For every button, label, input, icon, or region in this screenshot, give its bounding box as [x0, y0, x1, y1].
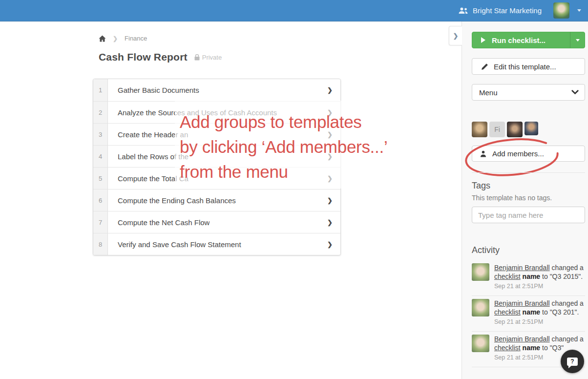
menu-dropdown[interactable]: Menu	[472, 84, 585, 101]
task-number: 7	[93, 211, 108, 233]
app-root: Bright Star Marketing ❯ Finance Cash Flo…	[0, 0, 588, 379]
tags-heading: Tags	[472, 181, 490, 191]
activity-object-link[interactable]: checklist	[494, 308, 521, 316]
lock-icon	[194, 54, 200, 61]
tags-empty-text: This template has no tags.	[472, 194, 552, 202]
activity-value: "Q3"	[550, 344, 564, 352]
activity-object-link[interactable]: checklist	[494, 273, 521, 280]
task-row[interactable]: 8 Verify and Save Cash Flow Statement ❯	[93, 233, 340, 255]
activity-action: changed a	[552, 335, 584, 343]
member-avatar[interactable]	[525, 122, 538, 135]
activity-avatar	[472, 263, 489, 281]
caret-down-icon	[576, 39, 580, 42]
activity-field: name	[523, 344, 541, 352]
run-checklist-dropdown[interactable]	[570, 32, 585, 48]
org-switcher[interactable]: Bright Star Marketing	[459, 6, 542, 15]
privacy-label: Private	[202, 54, 222, 61]
pencil-icon	[481, 63, 488, 70]
chevron-down-icon	[571, 90, 579, 95]
org-name: Bright Star Marketing	[473, 6, 542, 15]
activity-object-link[interactable]: checklist	[494, 344, 521, 352]
breadcrumb-separator-icon: ❯	[113, 35, 118, 42]
annotation-line: from the menu	[180, 159, 387, 184]
divider	[472, 172, 585, 173]
right-sidebar: ❯ Run checklist... Edit this template...…	[462, 21, 588, 379]
chevron-right-icon: ❯	[327, 219, 333, 226]
task-number: 6	[93, 190, 108, 211]
member-avatar-initials[interactable]: Fi	[489, 122, 505, 137]
activity-entry: Benjamin Brandall changed a checklist na…	[472, 296, 585, 332]
user-menu-caret-icon[interactable]	[577, 9, 581, 12]
activity-heading: Activity	[472, 245, 500, 255]
task-label: Verify and Save Cash Flow Statement	[108, 240, 241, 249]
privacy-badge: Private	[194, 54, 222, 61]
question-bubble-icon: ?	[567, 358, 578, 366]
chevron-right-icon: ❯	[327, 86, 333, 94]
task-number: 3	[93, 124, 108, 145]
sidebar-collapse-tab[interactable]: ❯	[449, 26, 462, 45]
activity-value: "Q3 2015".	[550, 273, 583, 280]
member-avatar[interactable]	[472, 122, 487, 137]
activity-user-link[interactable]: Benjamin Brandall	[494, 264, 550, 272]
annotation-line: by clicking ‘Add members...’	[180, 134, 387, 159]
annotation-line: Add groups to templates	[180, 109, 387, 134]
page-title: Cash Flow Report	[99, 51, 188, 63]
add-members-label: Add members...	[492, 149, 544, 158]
chevron-right-icon: ❯	[453, 32, 459, 40]
tag-name-input[interactable]	[472, 207, 585, 223]
task-row[interactable]: 1 Gather Basic Documents ❯	[93, 79, 340, 101]
activity-text: Benjamin Brandall changed a checklist na…	[494, 299, 585, 316]
activity-avatar	[472, 299, 489, 316]
activity-action: changed a	[552, 299, 584, 307]
edit-template-label: Edit this template...	[494, 63, 556, 71]
add-members-button[interactable]: Add members...	[472, 146, 585, 162]
task-row[interactable]: 6 Compute the Ending Cash Balances ❯	[93, 189, 340, 211]
activity-field: name	[523, 308, 541, 316]
menu-label: Menu	[479, 88, 498, 97]
activity-field: name	[523, 273, 541, 280]
play-icon	[481, 37, 485, 43]
chevron-right-icon: ❯	[327, 197, 333, 204]
edit-template-button[interactable]: Edit this template...	[472, 58, 585, 75]
home-icon[interactable]	[99, 35, 106, 42]
activity-avatar	[472, 335, 489, 352]
activity-value: "Q3 201".	[550, 308, 579, 316]
run-checklist-button[interactable]: Run checklist...	[472, 32, 585, 48]
activity-entry: Benjamin Brandall changed a checklist na…	[472, 260, 585, 296]
annotation-text: Add groups to templates by clicking ‘Add…	[180, 109, 387, 184]
breadcrumb: ❯ Finance	[99, 35, 147, 42]
task-number: 5	[93, 168, 108, 189]
person-icon	[480, 150, 486, 157]
page-title-row: Cash Flow Report Private	[99, 51, 222, 63]
activity-user-link[interactable]: Benjamin Brandall	[494, 335, 550, 343]
activity-prep: to	[542, 344, 548, 352]
user-avatar[interactable]	[553, 2, 569, 19]
activity-prep: to	[542, 273, 548, 280]
group-icon	[459, 7, 468, 14]
task-number: 1	[93, 79, 108, 101]
help-button[interactable]: ?	[561, 350, 584, 373]
activity-timestamp: Sep 21 at 2:51PM	[494, 283, 585, 290]
activity-timestamp: Sep 21 at 2:51PM	[494, 318, 585, 325]
task-label: Compute the Ending Cash Balances	[108, 196, 236, 205]
activity-action: changed a	[552, 264, 584, 272]
activity-user-link[interactable]: Benjamin Brandall	[494, 299, 550, 307]
members-row: Fi	[472, 122, 538, 137]
activity-prep: to	[542, 308, 548, 316]
task-number: 4	[93, 146, 108, 167]
task-number: 2	[93, 102, 108, 123]
task-label: Compute the Net Cash Flow	[108, 218, 210, 227]
task-label: Gather Basic Documents	[108, 86, 199, 94]
run-checklist-label: Run checklist...	[492, 36, 546, 44]
breadcrumb-item-finance[interactable]: Finance	[125, 35, 147, 42]
topbar: Bright Star Marketing	[0, 0, 588, 21]
task-row[interactable]: 7 Compute the Net Cash Flow ❯	[93, 211, 340, 233]
member-avatar[interactable]	[507, 122, 523, 137]
chevron-right-icon: ❯	[327, 241, 333, 248]
activity-text: Benjamin Brandall changed a checklist na…	[494, 263, 585, 281]
task-number: 8	[93, 233, 108, 255]
